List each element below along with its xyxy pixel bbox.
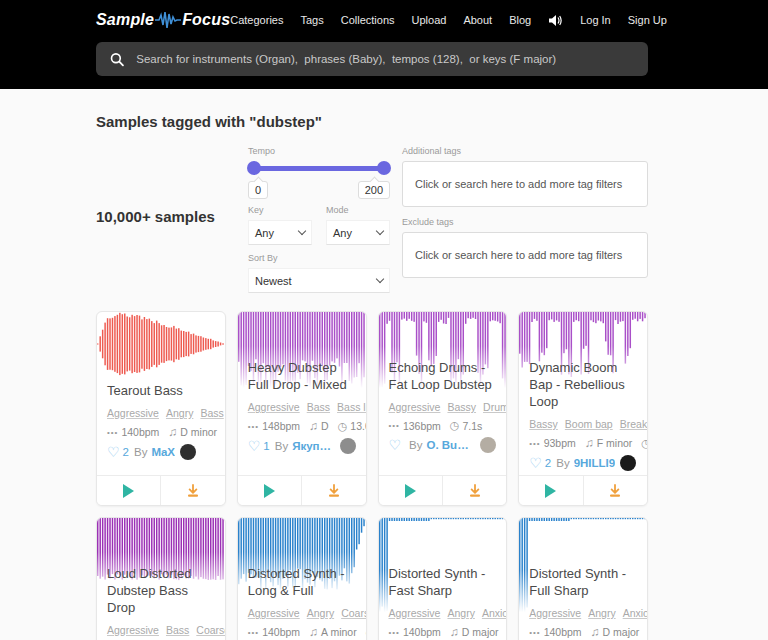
tag-link[interactable]: Aggressive <box>248 607 300 619</box>
sample-meta: ••• 136bpm ◷ 7.1s <box>389 419 497 432</box>
tag-link[interactable]: Bassy <box>529 418 558 430</box>
nav-categories[interactable]: Categories <box>230 14 283 26</box>
social-row: ♡ 1 By Якупов Руслан <box>248 438 356 454</box>
tempo-max-value[interactable]: 200 <box>358 181 390 199</box>
exclude-tags-input[interactable]: Click or search here to add more tag fil… <box>402 232 648 278</box>
search-input[interactable] <box>136 53 634 65</box>
nav-upload[interactable]: Upload <box>412 14 447 26</box>
search-bar[interactable] <box>96 42 648 76</box>
tag-link[interactable]: Bass line <box>337 401 366 413</box>
sort-label: Sort By <box>248 253 390 263</box>
tag-link[interactable]: Angry <box>166 407 193 419</box>
author-link[interactable]: O. Buhu Yew <box>426 439 475 451</box>
like-count: 2 <box>545 457 551 469</box>
tempo-slider[interactable] <box>248 161 390 175</box>
download-button[interactable] <box>301 476 365 505</box>
waveform-preview[interactable] <box>97 312 225 376</box>
tag-link[interactable]: Anxious <box>482 607 507 619</box>
sample-card: Loud Distorted Dubstep Bass Drop Aggress… <box>96 517 226 640</box>
nav-tags[interactable]: Tags <box>300 14 323 26</box>
download-button[interactable] <box>583 476 647 505</box>
by-label: By <box>134 446 147 458</box>
bpm-value: 140bpm <box>403 626 441 638</box>
play-button[interactable] <box>379 476 442 505</box>
mode-select[interactable]: Any <box>326 220 390 245</box>
login-button[interactable]: Log In <box>580 14 611 26</box>
signup-button[interactable]: Sign Up <box>628 14 667 26</box>
tempo-icon: ••• <box>529 439 540 448</box>
download-button[interactable] <box>160 476 224 505</box>
bpm-value: 140bpm <box>262 626 300 638</box>
social-row: ♡ By O. Buhu Yew <box>389 437 497 453</box>
avatar[interactable] <box>340 438 356 454</box>
tag-link[interactable]: Aggressive <box>248 401 300 413</box>
tempo-min-value[interactable]: 0 <box>248 181 268 199</box>
tempo-slider-handle-min[interactable] <box>247 161 261 175</box>
sample-title[interactable]: Distorted Synth - Long & Full <box>248 565 356 599</box>
sample-title[interactable]: Distorted Synth - Fast Sharp <box>389 565 497 599</box>
tag-link[interactable]: Aggressive <box>107 624 159 636</box>
sort-select[interactable]: Newest <box>248 268 390 293</box>
tag-list: AggressiveBassBass lineBassyBoomyCoarse/… <box>248 398 356 415</box>
download-button[interactable] <box>442 476 506 505</box>
author-link[interactable]: MaX <box>151 446 175 458</box>
sample-title[interactable]: Dynamic Boom Bap - Rebellious Loop <box>529 359 637 410</box>
tag-link[interactable]: Bass <box>307 401 330 413</box>
tag-link[interactable]: Boom bap <box>565 418 613 430</box>
author-link[interactable]: 9HILLI9 <box>574 457 616 469</box>
tempo-slider-handle-max[interactable] <box>377 161 391 175</box>
play-button[interactable] <box>97 476 160 505</box>
play-button[interactable] <box>519 476 582 505</box>
tag-link[interactable]: Aggressive <box>389 607 441 619</box>
duration-icon: ◷ <box>338 420 348 433</box>
tag-link[interactable]: Anxious <box>623 607 648 619</box>
avatar[interactable] <box>480 437 496 453</box>
additional-tags-label: Additional tags <box>402 146 648 156</box>
tag-link[interactable]: Aggressive <box>389 401 441 413</box>
nav-collections[interactable]: Collections <box>341 14 395 26</box>
music-key-icon: ♫ <box>450 625 459 639</box>
bpm-value: 136bpm <box>403 420 441 432</box>
author-link[interactable]: Якупов Руслан <box>292 440 334 452</box>
sample-title[interactable]: Distorted Synth - Full Sharp <box>529 565 637 599</box>
nav-about[interactable]: About <box>463 14 492 26</box>
nav-blog[interactable]: Blog <box>509 14 531 26</box>
additional-tags-input[interactable]: Click or search here to add more tag fil… <box>402 161 648 207</box>
music-key-icon: ♫ <box>591 625 600 639</box>
by-label: By <box>275 440 288 452</box>
key-select-value: Any <box>255 227 274 239</box>
tag-link[interactable]: Angry <box>588 607 615 619</box>
tag-link[interactable]: Drums <box>483 401 507 413</box>
speaker-icon[interactable] <box>548 14 563 27</box>
avatar[interactable] <box>180 444 196 460</box>
like-heart-icon[interactable]: ♡ <box>389 437 402 453</box>
like-heart-icon[interactable]: ♡ <box>529 455 542 471</box>
tag-list: AggressiveBassyDrumsDubstepDynamicEchoin… <box>389 398 497 415</box>
page-title: Samples tagged with "dubstep" <box>96 113 648 130</box>
tag-link[interactable]: Bass <box>166 624 189 636</box>
sample-grid: Tearout Bass AggressiveAngryBassBass lin… <box>96 311 648 640</box>
tag-link[interactable]: Aggressive <box>529 607 581 619</box>
tag-link[interactable]: Coarse/harsh <box>196 624 225 636</box>
brand-logo[interactable]: Sample Focus <box>96 11 230 29</box>
sample-title[interactable]: Heavy Dubstep Full Drop - Mixed <box>248 359 356 393</box>
play-button[interactable] <box>238 476 301 505</box>
tag-link[interactable]: Coarse/harsh <box>341 607 366 619</box>
by-label: By <box>409 439 422 451</box>
tag-link[interactable]: Angry <box>447 607 474 619</box>
tag-link[interactable]: Angry <box>307 607 334 619</box>
like-heart-icon[interactable]: ♡ <box>107 444 120 460</box>
tag-link[interactable]: Breakbeat <box>620 418 648 430</box>
tag-link[interactable]: Aggressive <box>107 407 159 419</box>
sample-title[interactable]: Loud Distorted Dubstep Bass Drop <box>107 565 215 616</box>
sample-title[interactable]: Echoing Drums - Fat Loop Dubstep <box>389 359 497 393</box>
tag-link[interactable]: Bass <box>200 407 223 419</box>
duration-icon: ◷ <box>450 419 460 432</box>
tag-list: AggressiveBassCoarse/harshCompressedDist… <box>107 621 215 638</box>
sample-title[interactable]: Tearout Bass <box>107 382 215 399</box>
avatar[interactable] <box>620 455 636 471</box>
like-heart-icon[interactable]: ♡ <box>248 438 261 454</box>
key-select[interactable]: Any <box>248 220 312 245</box>
sample-meta: ••• 140bpm ♫ D minor ◷ 0.8s <box>107 425 215 439</box>
tag-link[interactable]: Bassy <box>447 401 476 413</box>
